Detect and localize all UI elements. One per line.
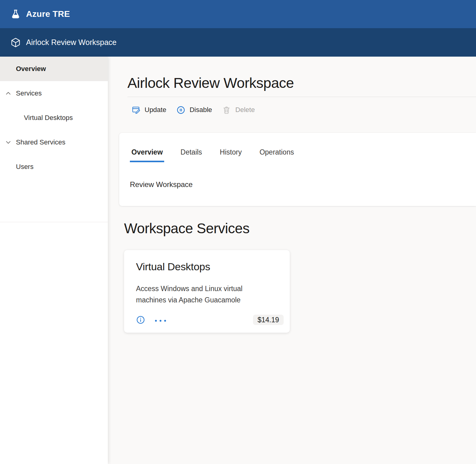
service-card-footer: $14.19 xyxy=(136,315,284,325)
workspace-description: Review Workspace xyxy=(130,180,464,189)
section-title: Workspace Services xyxy=(124,220,476,237)
workspace-header: Airlock Review Workspace xyxy=(0,28,476,57)
tab-history[interactable]: History xyxy=(218,148,244,162)
command-bar: Update Disable xyxy=(126,103,476,117)
sidebar-nav-list: Overview Services Virtual Desktops Share… xyxy=(0,57,108,222)
sidebar: Overview Services Virtual Desktops Share… xyxy=(0,57,108,464)
pivot-tabs: Overview Details History Operations xyxy=(130,148,464,162)
chevron-down-icon[interactable] xyxy=(5,139,12,146)
sidebar-item-label: Overview xyxy=(16,65,46,73)
trash-icon xyxy=(222,105,231,115)
sidebar-item-virtual-desktops[interactable]: Virtual Desktops xyxy=(0,106,108,130)
delete-label: Delete xyxy=(235,106,255,114)
update-label: Update xyxy=(145,106,166,114)
service-card-description: Access Windows and Linux virtual machine… xyxy=(136,283,268,306)
service-card-title[interactable]: Virtual Desktops xyxy=(136,260,284,273)
workspace-detail-card: Overview Details History Operations Revi… xyxy=(119,133,476,206)
sidebar-item-users[interactable]: Users xyxy=(0,155,108,179)
app-title[interactable]: Azure TRE xyxy=(26,9,70,19)
update-button[interactable]: Update xyxy=(126,103,171,117)
sidebar-item-label: Services xyxy=(16,89,42,97)
tab-operations[interactable]: Operations xyxy=(258,148,296,162)
app-window: Azure TRE Airlock Review Workspace Overv… xyxy=(0,0,476,464)
main-content: Airlock Review Workspace Update xyxy=(108,57,476,464)
title-divider xyxy=(127,97,476,97)
chevron-up-icon[interactable] xyxy=(5,90,12,97)
sidebar-item-label: Users xyxy=(16,163,33,171)
info-icon[interactable] xyxy=(136,315,145,324)
disable-button[interactable]: Disable xyxy=(171,103,217,117)
service-card-virtual-desktops[interactable]: Virtual Desktops Access Windows and Linu… xyxy=(124,250,290,333)
workspace-header-title[interactable]: Airlock Review Workspace xyxy=(26,38,116,47)
cost-badge: $14.19 xyxy=(253,315,284,325)
sidebar-item-shared-services[interactable]: Shared Services xyxy=(0,130,108,155)
app-header: Azure TRE xyxy=(0,0,476,28)
disable-label: Disable xyxy=(190,106,212,114)
edit-icon xyxy=(131,105,141,115)
page-head: Airlock Review Workspace xyxy=(127,74,476,92)
tab-details[interactable]: Details xyxy=(179,148,203,162)
sidebar-item-label: Virtual Desktops xyxy=(24,114,73,122)
delete-button[interactable]: Delete xyxy=(217,103,260,117)
sidebar-item-label: Shared Services xyxy=(16,138,65,146)
sidebar-item-overview[interactable]: Overview xyxy=(0,57,108,81)
more-options-button[interactable] xyxy=(155,315,169,324)
cube-icon xyxy=(10,37,21,48)
page-title: Airlock Review Workspace xyxy=(127,74,476,92)
tab-overview[interactable]: Overview xyxy=(130,148,164,162)
flask-icon xyxy=(10,8,21,20)
pause-circle-icon xyxy=(176,105,186,115)
sidebar-item-services[interactable]: Services xyxy=(0,81,108,106)
